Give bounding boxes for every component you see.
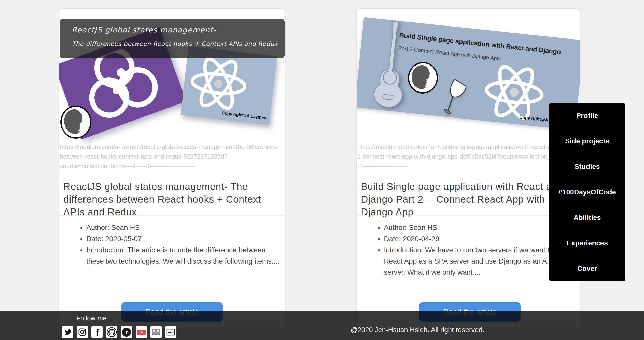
github-icon[interactable] <box>106 326 117 338</box>
author-avatar <box>60 106 91 139</box>
article-title-line: differences between React hooks + Contex… <box>63 193 261 206</box>
social-links: f in <box>62 326 176 338</box>
react-logo-icon <box>185 55 252 112</box>
sidebar-item-studies[interactable]: Studies <box>549 154 625 179</box>
page-footer: Follow me f <box>0 311 644 340</box>
article-meta-list: Author: Sean HS Date: 2020-04-29 Introdu… <box>357 222 580 278</box>
source-url: https://medium.com/a-layman/reactjs-glob… <box>60 142 285 171</box>
book-icon[interactable] <box>150 326 162 338</box>
author-item: Author: Sean HS <box>86 222 280 233</box>
article-title-line: Django App <box>361 206 563 218</box>
svg-text:f: f <box>96 327 99 338</box>
source-url: https://medium.com/a-layman/build-single… <box>357 142 580 171</box>
source-url-line: 1-connect-react-app-with-django-app-dbf6… <box>357 152 580 161</box>
dev-icon[interactable]: DEV <box>165 326 176 338</box>
banner-subtitle: The differences between React hooks + Co… <box>72 40 285 47</box>
article-card-react-redux: Copy right@A Layman ReactJS global state… <box>59 8 285 328</box>
article-banner: ReactJS global states management- The di… <box>60 19 285 58</box>
face-silhouette-icon <box>408 62 438 94</box>
image-copyright: Copy right@A Layman <box>221 111 267 121</box>
face-silhouette-icon <box>62 107 90 137</box>
article-title-line: Django Part 2— Connect React App with <box>361 193 563 206</box>
banner-title: ReactJS global states management- <box>72 25 285 34</box>
introduction-item: Introduction: The article is to note the… <box>86 244 280 267</box>
date-item: Date: 2020-04-29 <box>384 233 577 244</box>
article-title-line: ReactJS global states management- The <box>63 180 261 193</box>
article-meta-list: Author: Sean HS Date: 2020-05-07 Introdu… <box>59 222 283 267</box>
react-logo-icon <box>480 63 549 122</box>
introduction-item: Introduction: We have to run two servers… <box>384 244 577 278</box>
twitter-icon[interactable] <box>62 326 73 338</box>
source-url-line: -1---------------------- <box>357 161 580 171</box>
source-url-line: source=collection_home---4------0-------… <box>60 161 285 171</box>
sidebar-item-abilities[interactable]: Abilities <box>549 205 625 230</box>
svg-text:in: in <box>124 330 129 335</box>
copyright-text: @2020 Jen-Hsuan Hsieh. All right reserve… <box>351 326 484 334</box>
svg-text:DEV: DEV <box>168 331 173 334</box>
author-item: Author: Sean HS <box>384 222 577 233</box>
facebook-icon[interactable]: f <box>91 326 103 338</box>
django-slide-image: Build Single page application with React… <box>356 17 580 130</box>
instagram-icon[interactable] <box>77 326 88 338</box>
sidebar-item-profile[interactable]: Profile <box>549 103 625 128</box>
youtube-icon[interactable] <box>136 326 147 338</box>
article-card-react-django: Build Single page application with React… <box>356 8 580 328</box>
source-url-line: between-react-hooks-context-apis-and-red… <box>60 152 285 161</box>
source-url-line: https://medium.com/a-layman/build-single… <box>357 142 580 152</box>
linkedin-icon[interactable]: in <box>121 326 132 338</box>
source-url-line: https://medium.com/a-layman/reactjs-glob… <box>60 142 285 152</box>
date-item: Date: 2020-05-07 <box>86 233 280 244</box>
sidebar-item-experiences[interactable]: Experiences <box>549 230 625 256</box>
sidebar-menu: Profile Side projects Studies #100DaysOf… <box>549 103 625 281</box>
follow-me-label: Follow me <box>76 314 106 322</box>
sidebar-item-side-projects[interactable]: Side projects <box>549 128 625 154</box>
sidebar-item-cover[interactable]: Cover <box>549 256 625 281</box>
article-title-line: APIs and Redux <box>63 206 261 218</box>
article-title-line: Build Single page application with React… <box>361 180 563 193</box>
article-title: Build Single page application with React… <box>361 180 563 218</box>
sidebar-item-100daysofcode[interactable]: #100DaysOfCode <box>549 179 625 205</box>
portfolio-page: Copy right@A Layman ReactJS global state… <box>0 0 644 340</box>
article-title: ReactJS global states management- The di… <box>63 180 261 218</box>
